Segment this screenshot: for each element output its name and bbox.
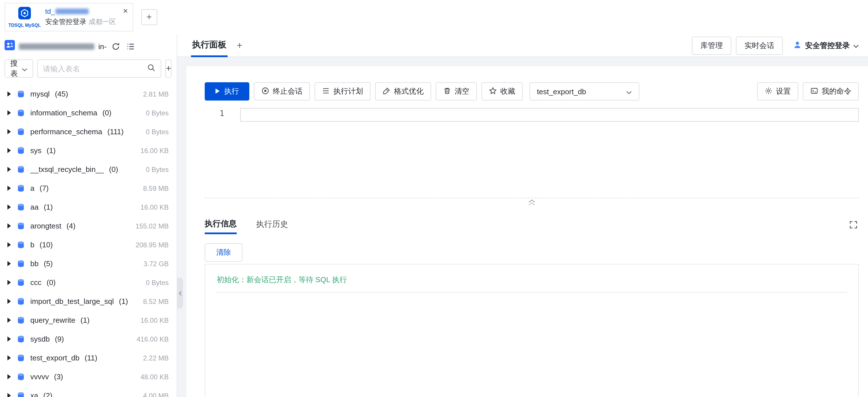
favorite-button[interactable]: 收藏 — [482, 82, 523, 101]
expand-caret-icon[interactable] — [7, 336, 11, 341]
db-size: 0 Bytes — [146, 109, 169, 117]
expand-caret-icon[interactable] — [7, 186, 11, 191]
add-connection-button[interactable]: + — [141, 9, 157, 25]
db-row[interactable]: vvvvv (3) 48.00 KB — [0, 367, 177, 386]
db-row[interactable]: performance_schema (111) 0 Bytes — [0, 122, 177, 141]
db-row[interactable]: __txsql_recycle_bin__ (0) 0 Bytes — [0, 160, 177, 179]
main-header: 执行面板 + 库管理 实时会话 安全管控登录 — [177, 34, 868, 57]
favorite-label: 收藏 — [500, 86, 515, 97]
expand-caret-icon[interactable] — [7, 261, 11, 266]
panel-splitter[interactable] — [205, 198, 859, 211]
table-search-row: 搜表 + — [0, 58, 177, 78]
db-table-count: (0) — [46, 278, 56, 287]
database-icon — [17, 335, 25, 343]
execution-plan-button[interactable]: 执行计划 — [314, 82, 371, 101]
db-size: 0 Bytes — [146, 278, 169, 287]
my-commands-button[interactable]: 我的命令 — [803, 82, 859, 101]
redacted-connection-name — [55, 8, 88, 14]
chevron-down-icon — [626, 87, 632, 96]
terminate-session-button[interactable]: 终止会话 — [254, 82, 310, 101]
db-table-count: (1) — [46, 146, 56, 155]
db-row[interactable]: test_export_db (11) 2.22 MB — [0, 349, 177, 367]
db-row[interactable]: a (7) 8.59 MB — [0, 179, 177, 198]
tab-execution-history[interactable]: 执行历史 — [256, 215, 288, 234]
sql-editor[interactable]: 1 — [205, 105, 859, 198]
db-size: 8.59 MB — [143, 184, 169, 192]
tab-execution-info[interactable]: 执行信息 — [205, 215, 237, 234]
db-row[interactable]: query_rewrite (1) 16.00 KB — [0, 311, 177, 330]
db-name: information_schema — [30, 108, 97, 117]
expand-caret-icon[interactable] — [7, 280, 11, 285]
expand-caret-icon[interactable] — [7, 374, 11, 379]
search-type-select[interactable]: 搜表 — [5, 59, 33, 78]
db-manage-button[interactable]: 库管理 — [692, 36, 731, 55]
database-icon — [17, 259, 25, 268]
db-row[interactable]: xa (2) 4.00 MB — [0, 386, 177, 397]
sidebar-collapse-handle[interactable] — [177, 277, 183, 308]
clear-editor-label: 清空 — [455, 86, 469, 97]
table-search-input[interactable] — [43, 64, 144, 73]
db-row[interactable]: bb (5) 3.72 GB — [0, 254, 177, 273]
gear-icon — [765, 87, 773, 96]
expand-caret-icon[interactable] — [7, 110, 11, 115]
execution-plan-icon — [322, 87, 330, 96]
db-row[interactable]: import_db_test_large_sql (1) 8.52 MB — [0, 292, 177, 311]
db-table-count: (1) — [81, 316, 90, 325]
expand-caret-icon[interactable] — [7, 299, 11, 304]
connection-tab[interactable]: TDSQL MySQL td_ 安全管控登录成都一区 × — [5, 3, 133, 31]
db-row[interactable]: sys (1) 16.00 KB — [0, 141, 177, 160]
live-session-button[interactable]: 实时会话 — [736, 36, 783, 55]
db-table-count: (2) — [43, 391, 52, 397]
expand-caret-icon[interactable] — [7, 129, 11, 134]
run-button[interactable]: 执行 — [205, 82, 249, 101]
expand-caret-icon[interactable] — [7, 355, 11, 360]
database-list: mysql (45) 2.81 MB information_schema (0… — [0, 85, 177, 397]
close-icon[interactable]: × — [123, 6, 128, 15]
expand-caret-icon[interactable] — [7, 204, 11, 210]
connection-title: td_ — [45, 7, 116, 15]
refresh-icon[interactable] — [111, 41, 122, 52]
play-icon — [215, 87, 220, 96]
add-table-button[interactable]: + — [165, 59, 172, 78]
expand-caret-icon[interactable] — [7, 393, 11, 397]
database-icon — [17, 316, 25, 325]
database-select[interactable]: test_export_db — [529, 82, 639, 101]
user-menu[interactable]: 安全管控登录 — [793, 40, 859, 51]
db-row[interactable]: information_schema (0) 0 Bytes — [0, 103, 177, 122]
db-size: 208.95 MB — [135, 241, 169, 249]
search-icon[interactable] — [147, 63, 156, 74]
db-row[interactable]: mysql (45) 2.81 MB — [0, 85, 177, 103]
db-row[interactable]: b (10) 208.95 MB — [0, 235, 177, 254]
settings-button[interactable]: 设置 — [757, 82, 798, 101]
db-row[interactable]: aa (1) 16.00 KB — [0, 198, 177, 217]
db-size: 2.22 MB — [143, 354, 169, 362]
editor-active-line[interactable] — [240, 108, 859, 122]
db-name: query_rewrite — [30, 316, 75, 325]
add-panel-tab-button[interactable]: + — [237, 40, 243, 51]
db-size: 16.00 KB — [141, 203, 169, 211]
instance-icon — [5, 40, 15, 53]
expand-caret-icon[interactable] — [7, 167, 11, 172]
clear-messages-button[interactable]: 清除 — [205, 243, 243, 262]
db-name: arongtest — [30, 222, 61, 230]
instance-name-suffix: in- — [98, 42, 106, 51]
my-commands-label: 我的命令 — [822, 86, 851, 97]
db-row[interactable]: ccc (0) 0 Bytes — [0, 273, 177, 292]
database-icon — [17, 372, 25, 381]
format-sql-button[interactable]: 格式优化 — [375, 82, 431, 101]
tab-execution-panel[interactable]: 执行面板 — [191, 34, 227, 57]
db-row[interactable]: sysdb (9) 416.00 KB — [0, 330, 177, 349]
fullscreen-icon[interactable] — [848, 219, 859, 230]
editor-content[interactable] — [230, 105, 859, 198]
editor-line-number: 1 — [205, 105, 230, 198]
result-tabs: 执行信息 执行历史 — [205, 215, 859, 234]
db-row[interactable]: arongtest (4) 155.02 MB — [0, 217, 177, 235]
expand-caret-icon[interactable] — [7, 318, 11, 323]
expand-caret-icon[interactable] — [7, 148, 11, 153]
database-icon — [17, 127, 25, 136]
expand-caret-icon[interactable] — [7, 223, 11, 229]
expand-caret-icon[interactable] — [7, 242, 11, 247]
clear-editor-button[interactable]: 清空 — [436, 82, 477, 101]
expand-caret-icon[interactable] — [7, 91, 11, 97]
object-list-icon[interactable] — [125, 41, 136, 52]
